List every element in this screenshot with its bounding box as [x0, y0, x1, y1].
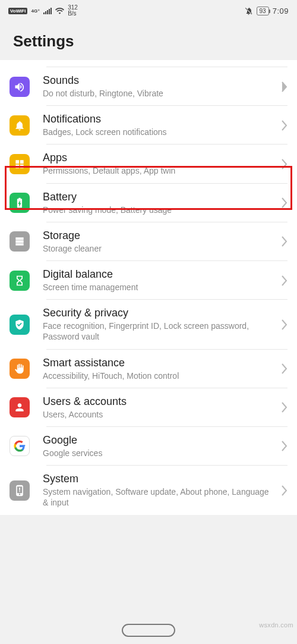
item-subtitle: Permissions, Default apps, App twin	[43, 165, 276, 176]
chevron-right-icon	[282, 81, 287, 92]
sounds-icon	[10, 77, 30, 97]
settings-item-storage[interactable]: Storage Storage cleaner	[0, 222, 297, 261]
settings-item-sounds[interactable]: Sounds Do not disturb, Ringtone, Vibrate	[0, 67, 297, 106]
hand-icon	[10, 359, 30, 379]
item-title: Users & accounts	[43, 395, 276, 408]
item-title: Battery	[43, 191, 276, 203]
chevron-right-icon	[282, 236, 287, 247]
digital-balance-icon	[10, 271, 30, 291]
battery-icon	[10, 193, 30, 213]
chevron-right-icon	[282, 402, 287, 413]
status-bar: VoWiFi 4G⁺ 312 B/s 93 7:09	[0, 0, 297, 19]
wifi-icon	[55, 7, 64, 14]
vowifi-badge: VoWiFi	[8, 8, 27, 14]
item-subtitle: Face recognition, Fingerprint ID, Lock s…	[43, 321, 276, 342]
google-icon	[10, 436, 30, 456]
cellular-signal-icon	[43, 8, 52, 14]
item-subtitle: Screen time management	[43, 282, 276, 293]
net-speed: 312 B/s	[68, 5, 78, 17]
chevron-right-icon	[282, 319, 287, 330]
apps-icon	[10, 154, 30, 174]
item-subtitle: System navigation, Software update, Abou…	[43, 486, 276, 508]
item-subtitle: Storage cleaner	[43, 243, 276, 254]
shield-icon	[10, 315, 30, 335]
page-title: Settings	[13, 32, 284, 51]
item-subtitle: Badges, Lock screen notifications	[43, 127, 276, 137]
item-title: Storage	[43, 230, 276, 242]
system-icon	[10, 480, 30, 501]
item-title: Security & privacy	[43, 307, 276, 319]
do-not-disturb-icon	[244, 7, 253, 15]
chevron-right-icon	[282, 275, 287, 286]
storage-icon	[10, 231, 30, 252]
header: Settings	[0, 19, 297, 60]
settings-item-users-accounts[interactable]: Users & accounts Users, Accounts	[0, 388, 297, 427]
settings-item-notifications[interactable]: Notifications Badges, Lock screen notifi…	[0, 106, 297, 144]
item-title: System	[43, 473, 276, 485]
clock: 7:09	[273, 7, 289, 15]
chevron-right-icon	[282, 363, 287, 374]
item-title: Apps	[43, 152, 276, 164]
item-subtitle: Google services	[43, 448, 276, 458]
signal-4g-label: 4G⁺	[31, 8, 40, 14]
chevron-right-icon	[282, 441, 287, 451]
chevron-right-icon	[282, 485, 287, 496]
chevron-right-icon	[282, 120, 287, 131]
settings-list: Sounds Do not disturb, Ringtone, Vibrate…	[0, 60, 297, 515]
item-title: Notifications	[43, 113, 276, 125]
home-gesture-pill[interactable]	[122, 624, 175, 637]
settings-item-apps[interactable]: Apps Permissions, Default apps, App twin	[0, 144, 297, 183]
notifications-icon	[10, 115, 30, 136]
chevron-right-icon	[282, 197, 287, 208]
item-subtitle: Do not disturb, Ringtone, Vibrate	[43, 88, 276, 99]
item-title: Google	[43, 434, 276, 447]
settings-item-system[interactable]: System System navigation, Software updat…	[0, 466, 297, 515]
settings-item-security[interactable]: Security & privacy Face recognition, Fin…	[0, 300, 297, 349]
chevron-right-icon	[282, 159, 287, 169]
battery-indicator: 93	[257, 7, 269, 15]
item-subtitle: Accessibility, HiTouch, Motion control	[43, 370, 276, 381]
settings-item-smart-assistance[interactable]: Smart assistance Accessibility, HiTouch,…	[0, 350, 297, 388]
settings-item-battery[interactable]: Battery Power saving mode, Battery usage	[0, 184, 297, 222]
cutoff-row	[46, 60, 287, 67]
item-subtitle: Users, Accounts	[43, 409, 276, 420]
item-title: Smart assistance	[43, 357, 276, 369]
settings-item-digital-balance[interactable]: Digital balance Screen time management	[0, 261, 297, 300]
item-subtitle: Power saving mode, Battery usage	[43, 205, 276, 215]
settings-item-google[interactable]: Google Google services	[0, 427, 297, 466]
watermark: wsxdn.com	[259, 621, 293, 629]
item-title: Digital balance	[43, 268, 276, 281]
person-icon	[10, 397, 30, 417]
item-title: Sounds	[43, 74, 276, 87]
